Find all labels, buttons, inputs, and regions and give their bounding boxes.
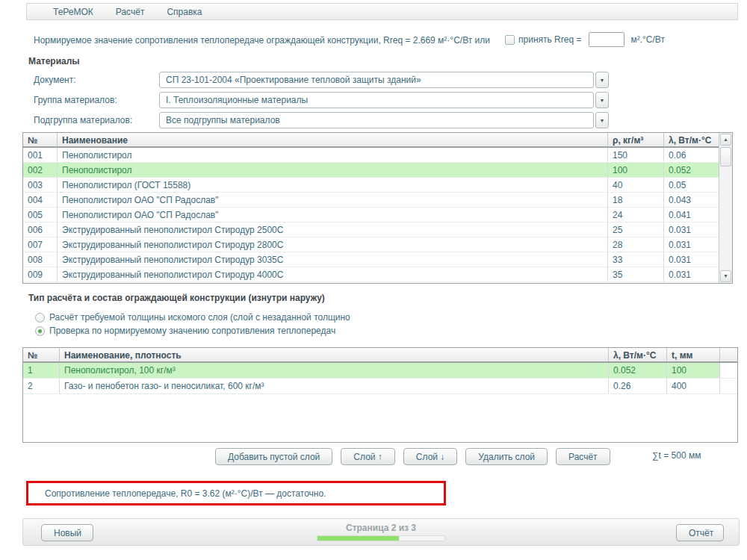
layer-action-button[interactable]: Удалить слой: [465, 448, 548, 465]
progress-fill: [317, 536, 399, 541]
material-density-cell: 150: [608, 148, 664, 162]
material-row[interactable]: 009 Экструдированный пенополистирол Стир…: [23, 267, 719, 282]
layers-table-body: 1 Пенополистирол, 100 кг/м³ 0.052 100 2 …: [23, 363, 737, 394]
layer-action-button[interactable]: Слой ↑: [341, 448, 395, 465]
radio-icon: [35, 326, 45, 336]
material-name-cell: Пенополистирол: [58, 148, 608, 162]
materials-table-header: № Наименование ρ, кг/м³ λ, Вт/м·°С: [23, 133, 719, 148]
material-name-cell: Пенополистирол (ГОСТ 15588): [58, 178, 608, 192]
material-row[interactable]: 008 Экструдированный пенополистирол Стир…: [23, 252, 719, 267]
menu-item[interactable]: ТеРеМОК: [42, 7, 105, 17]
report-button[interactable]: Отчёт: [676, 524, 724, 541]
accept-rreq-label: принять Rreq =: [518, 34, 581, 45]
header-gutter: [720, 348, 737, 361]
row-gutter: [720, 363, 737, 378]
subgroup-field-row: Подгруппа материалов: Все подгруппы мате…: [34, 112, 609, 128]
material-lambda-cell: 0.031: [664, 223, 719, 237]
material-row[interactable]: 001 Пенополистирол 150 0.06: [23, 148, 719, 163]
group-dropdown-button[interactable]: ▼: [595, 92, 609, 108]
material-row[interactable]: 003 Пенополистирол (ГОСТ 15588) 40 0.05: [23, 178, 719, 193]
row-gutter: [720, 379, 737, 393]
layer-row[interactable]: 2 Газо- и пенобетон газо- и пеносиликат,…: [23, 379, 737, 394]
sum-thickness-label: ∑t = 500 мм: [652, 450, 701, 461]
material-num-cell: 007: [23, 237, 58, 252]
result-text: Сопротивление теплопередаче, R0 = 3.62 (…: [45, 488, 326, 499]
layer-thickness-cell: 400: [667, 379, 720, 393]
layer-name-cell: Пенополистирол, 100 кг/м³: [60, 363, 609, 378]
material-row[interactable]: 004 Пенополистирол ОАО "СП Радослав" 18 …: [23, 193, 719, 208]
material-num-cell: 003: [23, 178, 58, 192]
layer-lambda-cell: 0.26: [609, 379, 667, 393]
layer-name-cell: Газо- и пенобетон газо- и пеносиликат, 6…: [60, 379, 609, 393]
layer-action-button[interactable]: Расчёт: [556, 448, 610, 465]
scrollbar-thumb[interactable]: [720, 147, 731, 167]
col-header-thickness: t, мм: [667, 348, 720, 361]
material-name-cell: Пенополистирол ОАО "СП Радослав": [58, 208, 608, 222]
col-header-name: Наименование: [58, 133, 608, 146]
new-button[interactable]: Новый: [41, 524, 93, 541]
menu-item[interactable]: Расчёт: [105, 7, 156, 17]
radio-label: Расчёт требуемой толщины искомого слоя (…: [49, 312, 350, 323]
layers-table: № Наименование, плотность λ, Вт/м·°С t, …: [22, 347, 738, 443]
rreq-unit-label: м².°С/Вт: [630, 34, 664, 45]
material-num-cell: 002: [23, 163, 58, 177]
subgroup-select[interactable]: Все подгруппы материалов: [159, 112, 594, 128]
layer-num-cell: 2: [23, 379, 60, 393]
material-name-cell: Экструдированный пенополистирол Стиродур…: [58, 267, 608, 281]
material-row[interactable]: 005 Пенополистирол ОАО "СП Радослав" 24 …: [23, 208, 719, 223]
subgroup-label: Подгруппа материалов:: [34, 115, 159, 125]
material-lambda-cell: 0.041: [664, 208, 719, 222]
rreq-accept-group: принять Rreq = м².°С/Вт: [505, 32, 665, 47]
material-num-cell: 009: [23, 267, 58, 281]
col-header-num: №: [23, 133, 58, 146]
materials-heading: Материалы: [28, 56, 80, 66]
material-num-cell: 004: [23, 193, 58, 207]
footer-bar: Новый Страница 2 из 3 Отчёт: [22, 518, 740, 546]
group-select[interactable]: I. Теплоизоляционные материалы: [159, 92, 594, 108]
layer-action-button[interactable]: Слой ↓: [403, 448, 458, 465]
material-density-cell: 33: [608, 252, 664, 267]
layer-num-cell: 1: [23, 363, 60, 378]
material-name-cell: Экструдированный пенополистирол Стиродур…: [58, 252, 608, 267]
material-lambda-cell: 0.06: [664, 148, 719, 162]
radio-required-thickness[interactable]: Расчёт требуемой толщины искомого слоя (…: [35, 312, 350, 323]
chevron-down-icon: ▼: [600, 98, 605, 103]
scroll-down-icon[interactable]: ▼: [720, 270, 731, 282]
radio-check-normative[interactable]: Проверка по нормируемому значению сопрот…: [35, 326, 335, 336]
accept-rreq-checkbox[interactable]: [505, 35, 515, 45]
col-header-density: ρ, кг/м³: [608, 133, 664, 146]
col-header-name: Наименование, плотность: [60, 348, 609, 361]
material-density-cell: 18: [608, 193, 664, 207]
group-label: Группа материалов:: [34, 95, 159, 105]
materials-table: № Наименование ρ, кг/м³ λ, Вт/м·°С 001 П…: [22, 132, 733, 284]
material-name-cell: Экструдированный пенополистирол Стиродур…: [58, 237, 608, 252]
material-row[interactable]: 006 Экструдированный пенополистирол Стир…: [23, 223, 719, 237]
document-dropdown-button[interactable]: ▼: [595, 72, 609, 88]
materials-table-body: 001 Пенополистирол 150 0.06 002 Пенополи…: [23, 148, 719, 282]
material-row[interactable]: 002 Пенополистирол 100 0.052: [23, 163, 719, 178]
chevron-down-icon: ▼: [600, 78, 605, 83]
result-box: Сопротивление теплопередаче, R0 = 3.62 (…: [26, 481, 446, 505]
rreq-value-input[interactable]: [589, 32, 624, 47]
material-density-cell: 25: [608, 223, 664, 237]
radio-icon: [35, 313, 45, 323]
document-select[interactable]: СП 23-101-2004 «Проектирование тепловой …: [159, 72, 594, 88]
scroll-up-icon[interactable]: ▲: [720, 134, 731, 146]
layer-thickness-cell: 100: [667, 363, 720, 378]
subgroup-dropdown-button[interactable]: ▼: [595, 112, 609, 128]
material-row[interactable]: 007 Экструдированный пенополистирол Стир…: [23, 237, 719, 252]
materials-table-scrollbar[interactable]: ▲ ▼: [719, 133, 732, 283]
calc-type-heading: Тип расчёта и состав ограждающей констру…: [28, 293, 325, 303]
material-num-cell: 008: [23, 252, 58, 267]
group-field-row: Группа материалов: I. Теплоизоляционные …: [34, 92, 609, 108]
document-label: Документ:: [34, 75, 159, 85]
col-header-lambda: λ, Вт/м·°С: [664, 133, 719, 146]
menu-item[interactable]: Справка: [155, 7, 213, 17]
layer-action-button[interactable]: Добавить пустой слой: [215, 448, 332, 465]
material-density-cell: 100: [608, 163, 664, 177]
layers-table-header: № Наименование, плотность λ, Вт/м·°С t, …: [23, 348, 737, 363]
material-density-cell: 28: [608, 237, 664, 252]
radio-label: Проверка по нормируемому значению сопрот…: [49, 326, 335, 336]
document-field-row: Документ: СП 23-101-2004 «Проектирование…: [34, 72, 609, 88]
layer-row[interactable]: 1 Пенополистирол, 100 кг/м³ 0.052 100: [23, 363, 737, 379]
